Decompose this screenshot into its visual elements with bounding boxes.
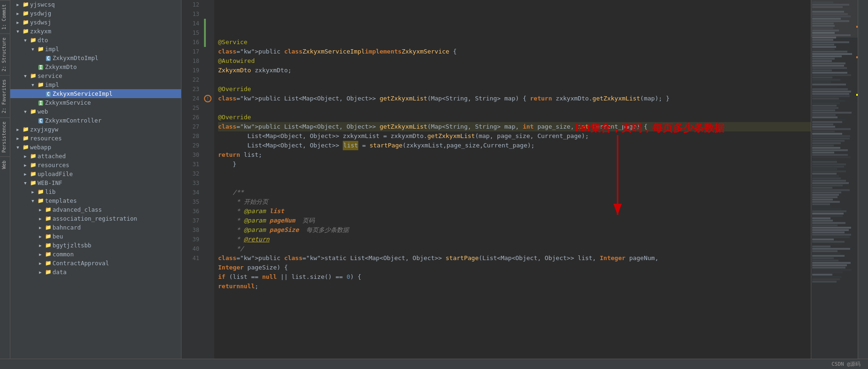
tree-label-data: data [53, 269, 181, 276]
side-tab-favorites[interactable]: 2: Favorites [0, 75, 10, 117]
tree-arrow-uploadFile: ▶ [22, 172, 29, 177]
gutter-33 [203, 179, 214, 189]
tree-item-ContractApproval[interactable]: ▶📁ContractApproval [10, 259, 181, 268]
tree-arrow-WEB-INF: ▼ [22, 181, 29, 185]
line-num-41: 41 [181, 254, 199, 263]
tree-label-ZxkyxmDtoImpl: ZxkyxmDtoImpl [53, 54, 181, 62]
tree-label-impl2: impl [45, 81, 181, 88]
tree-item-impl2[interactable]: ▼📁impl [10, 80, 181, 89]
tree-icon-resources: 📁 [22, 135, 30, 141]
gutter-41 [203, 254, 214, 264]
tree-item-uploadFile[interactable]: ▶📁uploadFile [10, 169, 181, 178]
line-num-31: 31 [181, 160, 199, 169]
tree-arrow-common: ▶ [37, 252, 44, 257]
code-editor: 1213141516171819222324252627282930313233… [181, 0, 811, 369]
tree-label-ZxkyxmService: ZxkyxmService [45, 99, 181, 106]
gutter-30 [203, 151, 214, 161]
tree-icon-ZxkyxmServiceImpl: C [44, 91, 53, 97]
tree-item-ZxkyxmDto[interactable]: IZxkyxmDto [10, 62, 181, 71]
tree-icon-bahncard: 📁 [44, 224, 53, 231]
tree-item-ZxkyxmController[interactable]: CZxkyxmController [10, 116, 181, 125]
tree-item-dto[interactable]: ▼📁dto [10, 36, 181, 45]
tree-icon-impl2: 📁 [37, 82, 45, 88]
tree-icon-data: 📁 [44, 269, 53, 275]
line-num-14: 14 [181, 19, 199, 28]
tree-item-resources2[interactable]: ▶📁resources [10, 161, 181, 169]
tree-icon-common: 📁 [44, 251, 53, 257]
tree-item-zxkyxm[interactable]: ▼📁zxkyxm [10, 27, 181, 36]
tree-item-attached[interactable]: ▶📁attached [10, 152, 181, 161]
tree-item-bgytjzltsbb[interactable]: ▶📁bgytjzltsbb [10, 241, 181, 250]
tree-icon-ysdwjg: 📁 [22, 10, 30, 16]
tree-item-ZxkyxmService[interactable]: IZxkyxmService [10, 98, 181, 107]
code-line-30 [218, 178, 811, 188]
gutter-17 [203, 47, 214, 56]
tree-icon-zxkyxm: 📁 [22, 28, 30, 34]
side-tab-web[interactable]: Web [0, 156, 10, 173]
gutter-34 [203, 189, 214, 198]
tree-arrow-resources2: ▶ [22, 163, 29, 168]
side-tab-persistence[interactable]: Persistence [0, 117, 10, 156]
tree-label-uploadFile: uploadFile [38, 170, 181, 177]
tree-item-webapp[interactable]: ▼📁webapp [10, 143, 181, 152]
tree-item-WEB-INF[interactable]: ▼📁WEB-INF [10, 178, 181, 187]
tree-label-ZxkyxmDto: ZxkyxmDto [45, 63, 181, 70]
tree-arrow-dto: ▼ [22, 38, 29, 43]
code-line-29 [218, 169, 811, 178]
tree-icon-uploadFile: 📁 [29, 171, 38, 177]
tree-item-service[interactable]: ▼📁service [10, 71, 181, 80]
tree-arrow-impl: ▼ [29, 47, 37, 52]
tree-item-resources[interactable]: ▶📁resources [10, 134, 181, 143]
code-line-13: @Service [218, 38, 811, 47]
tree-icon-templates: 📁 [37, 198, 45, 204]
tree-icon-service: 📁 [29, 73, 38, 79]
tree-item-templates[interactable]: ▼📁templates [10, 196, 181, 205]
tree-label-bgytjzltsbb: bgytjzltsbb [53, 242, 181, 249]
minimap [811, 0, 858, 369]
tree-label-ysdwsj: ysdwsj [30, 19, 181, 26]
tree-icon-lib: 📁 [37, 189, 45, 195]
tree-item-beu[interactable]: ▶📁beu [10, 232, 181, 241]
tree-item-ysdwsj[interactable]: ▶📁ysdwsj [10, 18, 181, 27]
tree-label-service: service [38, 72, 181, 79]
tree-icon-association_registration: 📁 [44, 215, 53, 222]
line-num-26: 26 [181, 113, 199, 122]
tree-item-yjswcsq[interactable]: ▶📁yjswcsq [10, 0, 181, 9]
tree-item-ysdwjg[interactable]: ▶📁ysdwjg [10, 9, 181, 18]
tree-item-impl[interactable]: ▼📁impl [10, 45, 181, 54]
code-content[interactable]: @Serviceclass="kw">public class ZxkyxmSe… [214, 0, 811, 369]
gutter-14 [203, 19, 214, 28]
code-line-38: class="kw">public class="kw">static List… [218, 254, 811, 263]
line-num-28: 28 [181, 131, 199, 141]
line-num-17: 17 [181, 47, 199, 56]
tree-item-data[interactable]: ▶📁data [10, 268, 181, 277]
tree-item-ZxkyxmServiceImpl[interactable]: CZxkyxmServiceImpl [10, 89, 181, 98]
code-line-34: * @param pageNum 页码 [218, 216, 811, 225]
tree-label-WEB-INF: WEB-INF [38, 179, 181, 186]
code-line-37: */ [218, 244, 811, 254]
line-num-18: 18 [181, 56, 199, 66]
code-line-24: class="kw">public List<Map<Object, Objec… [218, 122, 811, 131]
tree-item-bahncard[interactable]: ▶📁bahncard [10, 223, 181, 232]
side-tab-commit[interactable]: 1: Commit [0, 0, 10, 33]
code-line-36: * @return [218, 235, 811, 244]
side-tab-structure[interactable]: 2: Structure [0, 33, 10, 75]
tree-item-ZxkyxmDtoImpl[interactable]: CZxkyxmDtoImpl [10, 54, 181, 62]
tree-arrow-yjswcsq: ▶ [14, 2, 22, 7]
tree-item-web[interactable]: ▼📁web [10, 107, 181, 116]
gutter-18 [203, 56, 214, 66]
tree-arrow-bgytjzltsbb: ▶ [37, 243, 44, 248]
tree-label-impl: impl [45, 46, 181, 53]
gutter-23 [203, 85, 214, 94]
tree-item-zxyjxgyw[interactable]: ▶📁zxyjxgyw [10, 125, 181, 134]
tree-item-lib[interactable]: ▶📁lib [10, 187, 181, 196]
code-line-26: List<Map<Object, Object>> list = startPa… [218, 141, 811, 150]
line-num-30: 30 [181, 150, 199, 160]
tree-item-common[interactable]: ▶📁common [10, 250, 181, 259]
tree-label-common: common [53, 251, 181, 258]
line-num-38: 38 [181, 225, 199, 235]
tree-item-advanced_class[interactable]: ▶📁advanced_class [10, 205, 181, 214]
tree-label-ZxkyxmController: ZxkyxmController [45, 117, 181, 124]
tree-item-association_registration[interactable]: ▶📁association_registration [10, 214, 181, 223]
code-line-35: * @param pageSize 每页多少条数据 [218, 225, 811, 235]
